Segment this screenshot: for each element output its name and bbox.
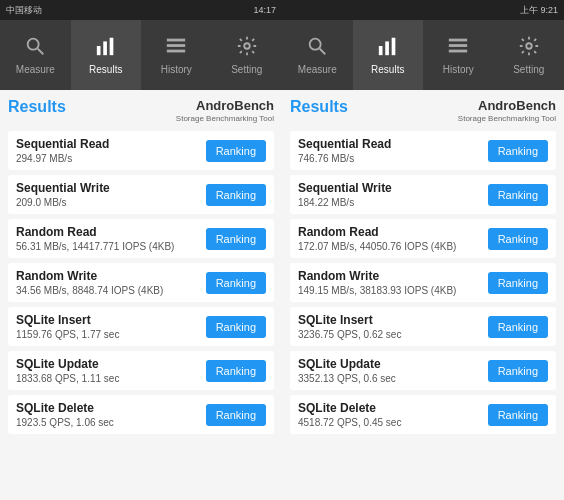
search-icon <box>24 35 46 60</box>
nav-measure-right-label: Measure <box>298 64 337 75</box>
bar-chart-icon-right <box>377 35 399 60</box>
ranking-btn-sqlite-insert-right[interactable]: Ranking <box>488 316 548 338</box>
bench-row-rand-read-right: Random Read 172.07 MB/s, 44050.76 IOPS (… <box>290 219 556 258</box>
androbench-logo-right: AndroBench Storage Benchmarking Tool <box>458 98 556 123</box>
bench-row-sqlite-delete-right: SQLite Delete 4518.72 QPS, 0.45 sec Rank… <box>290 395 556 434</box>
androbench-logo-left: AndroBench Storage Benchmarking Tool <box>176 98 274 123</box>
bench-name-seq-write-left: Sequential Write <box>16 181 206 195</box>
bench-name-sqlite-update-right: SQLite Update <box>298 357 488 371</box>
ranking-btn-seq-read-left[interactable]: Ranking <box>206 140 266 162</box>
bench-value-seq-read-left: 294.97 MB/s <box>16 153 206 164</box>
time-left: 14:17 <box>253 5 276 15</box>
ranking-btn-rand-write-left[interactable]: Ranking <box>206 272 266 294</box>
bench-name-rand-read-left: Random Read <box>16 225 206 239</box>
ranking-btn-seq-read-right[interactable]: Ranking <box>488 140 548 162</box>
bench-name-sqlite-delete-left: SQLite Delete <box>16 401 206 415</box>
androbench-sub-right: Storage Benchmarking Tool <box>458 114 556 124</box>
androbench-title-left: AndroBench <box>176 98 274 114</box>
nav-results-left[interactable]: Results <box>71 20 142 90</box>
bench-value-rand-read-left: 56.31 MB/s, 14417.771 IOPS (4KB) <box>16 241 206 252</box>
nav-results-right-label: Results <box>371 64 404 75</box>
list-icon-right <box>447 35 469 60</box>
ranking-btn-sqlite-update-left[interactable]: Ranking <box>206 360 266 382</box>
ranking-btn-seq-write-left[interactable]: Ranking <box>206 184 266 206</box>
nav-results-left-label: Results <box>89 64 122 75</box>
svg-point-0 <box>28 39 39 50</box>
ranking-btn-sqlite-delete-right[interactable]: Ranking <box>488 404 548 426</box>
svg-rect-15 <box>449 44 467 47</box>
bench-name-sqlite-delete-right: SQLite Delete <box>298 401 488 415</box>
bench-row-sqlite-update-right: SQLite Update 3352.13 QPS, 0.6 sec Ranki… <box>290 351 556 390</box>
nav-measure-left[interactable]: Measure <box>0 20 71 90</box>
status-bar-left: 中国移动 14:17 <box>0 0 282 20</box>
results-title-right: Results <box>290 98 348 116</box>
ranking-btn-rand-read-right[interactable]: Ranking <box>488 228 548 250</box>
nav-setting-left[interactable]: Setting <box>212 20 283 90</box>
svg-point-8 <box>244 43 250 49</box>
status-bar-right: 上午 9:21 <box>282 0 564 20</box>
nav-history-right[interactable]: History <box>423 20 494 90</box>
nav-bar-right: Measure Results History Setting <box>282 20 564 90</box>
bench-value-sqlite-delete-left: 1923.5 QPS, 1.06 sec <box>16 417 206 428</box>
results-header-right: Results AndroBench Storage Benchmarking … <box>290 98 556 123</box>
bench-row-sqlite-insert-right: SQLite Insert 3236.75 QPS, 0.62 sec Rank… <box>290 307 556 346</box>
content-right: Results AndroBench Storage Benchmarking … <box>282 90 564 500</box>
bench-name-sqlite-insert-left: SQLite Insert <box>16 313 206 327</box>
svg-rect-3 <box>103 41 107 55</box>
bench-value-rand-write-right: 149.15 MB/s, 38183.93 IOPS (4KB) <box>298 285 488 296</box>
bench-name-sqlite-update-left: SQLite Update <box>16 357 206 371</box>
left-panel: 中国移动 14:17 Measure Results History Sett <box>0 0 282 500</box>
bench-value-sqlite-insert-left: 1159.76 QPS, 1.77 sec <box>16 329 206 340</box>
bench-value-sqlite-insert-right: 3236.75 QPS, 0.62 sec <box>298 329 488 340</box>
nav-history-left-label: History <box>161 64 192 75</box>
bench-value-rand-write-left: 34.56 MB/s, 8848.74 IOPS (4KB) <box>16 285 206 296</box>
bench-row-rand-read-left: Random Read 56.31 MB/s, 14417.771 IOPS (… <box>8 219 274 258</box>
results-header-left: Results AndroBench Storage Benchmarking … <box>8 98 274 123</box>
nav-results-right[interactable]: Results <box>353 20 424 90</box>
nav-history-right-label: History <box>443 64 474 75</box>
svg-line-1 <box>38 49 44 55</box>
bench-value-seq-write-left: 209.0 MB/s <box>16 197 206 208</box>
svg-rect-14 <box>449 39 467 42</box>
search-icon-right <box>306 35 328 60</box>
svg-rect-11 <box>379 46 383 55</box>
bench-name-seq-read-right: Sequential Read <box>298 137 488 151</box>
carrier-left: 中国移动 <box>6 4 42 17</box>
bench-value-rand-read-right: 172.07 MB/s, 44050.76 IOPS (4KB) <box>298 241 488 252</box>
bench-value-seq-read-right: 746.76 MB/s <box>298 153 488 164</box>
nav-bar-left: Measure Results History Setting <box>0 20 282 90</box>
bench-row-seq-read-right: Sequential Read 746.76 MB/s Ranking <box>290 131 556 170</box>
nav-measure-right[interactable]: Measure <box>282 20 353 90</box>
ranking-btn-rand-read-left[interactable]: Ranking <box>206 228 266 250</box>
nav-setting-right[interactable]: Setting <box>494 20 565 90</box>
svg-rect-5 <box>167 39 185 42</box>
svg-rect-2 <box>97 46 101 55</box>
bench-row-sqlite-insert-left: SQLite Insert 1159.76 QPS, 1.77 sec Rank… <box>8 307 274 346</box>
svg-rect-4 <box>109 38 113 55</box>
svg-rect-7 <box>167 50 185 53</box>
bench-row-rand-write-left: Random Write 34.56 MB/s, 8848.74 IOPS (4… <box>8 263 274 302</box>
ranking-btn-sqlite-update-right[interactable]: Ranking <box>488 360 548 382</box>
bench-name-seq-write-right: Sequential Write <box>298 181 488 195</box>
svg-rect-16 <box>449 50 467 53</box>
ranking-btn-sqlite-insert-left[interactable]: Ranking <box>206 316 266 338</box>
nav-setting-right-label: Setting <box>513 64 544 75</box>
bench-row-rand-write-right: Random Write 149.15 MB/s, 38183.93 IOPS … <box>290 263 556 302</box>
content-left: Results AndroBench Storage Benchmarking … <box>0 90 282 500</box>
svg-rect-13 <box>391 38 395 55</box>
bench-value-sqlite-update-right: 3352.13 QPS, 0.6 sec <box>298 373 488 384</box>
nav-history-left[interactable]: History <box>141 20 212 90</box>
bench-row-sqlite-update-left: SQLite Update 1833.68 QPS, 1.11 sec Rank… <box>8 351 274 390</box>
bench-name-rand-write-left: Random Write <box>16 269 206 283</box>
ranking-btn-rand-write-right[interactable]: Ranking <box>488 272 548 294</box>
bench-name-seq-read-left: Sequential Read <box>16 137 206 151</box>
ranking-btn-sqlite-delete-left[interactable]: Ranking <box>206 404 266 426</box>
androbench-sub-left: Storage Benchmarking Tool <box>176 114 274 124</box>
nav-setting-left-label: Setting <box>231 64 262 75</box>
bench-row-seq-write-right: Sequential Write 184.22 MB/s Ranking <box>290 175 556 214</box>
svg-point-9 <box>310 39 321 50</box>
bench-row-seq-read-left: Sequential Read 294.97 MB/s Ranking <box>8 131 274 170</box>
bench-value-sqlite-delete-right: 4518.72 QPS, 0.45 sec <box>298 417 488 428</box>
bench-name-rand-write-right: Random Write <box>298 269 488 283</box>
ranking-btn-seq-write-right[interactable]: Ranking <box>488 184 548 206</box>
